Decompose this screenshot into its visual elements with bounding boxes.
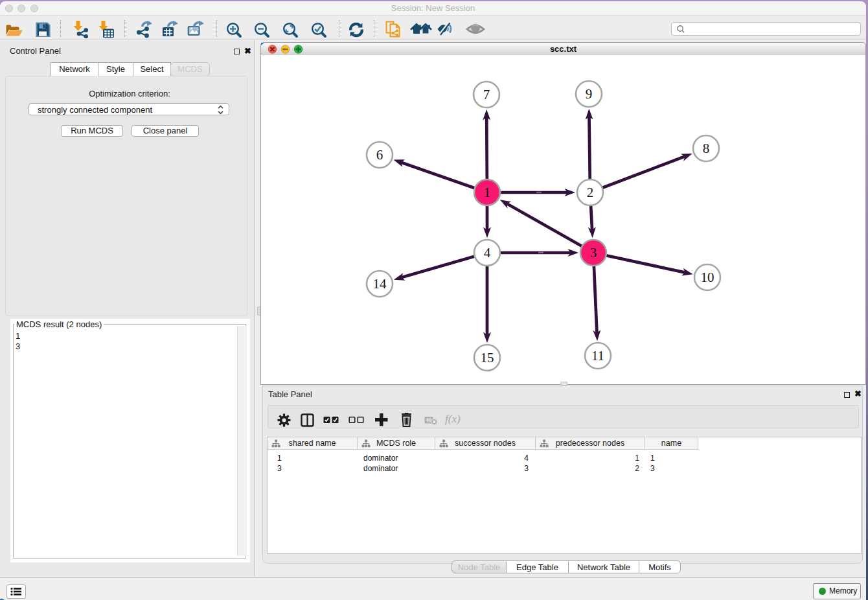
svg-text:9: 9 [586, 86, 593, 102]
svg-text:3: 3 [590, 245, 597, 260]
svg-text:10: 10 [701, 270, 714, 285]
svg-text:4: 4 [484, 245, 491, 260]
svg-text:2: 2 [587, 185, 594, 200]
svg-text:14: 14 [373, 276, 387, 292]
svg-text:15: 15 [481, 350, 494, 365]
svg-text:1: 1 [484, 185, 491, 200]
svg-text:8: 8 [703, 141, 710, 156]
svg-text:7: 7 [483, 87, 490, 102]
svg-text:11: 11 [591, 348, 604, 363]
svg-text:6: 6 [376, 147, 383, 163]
